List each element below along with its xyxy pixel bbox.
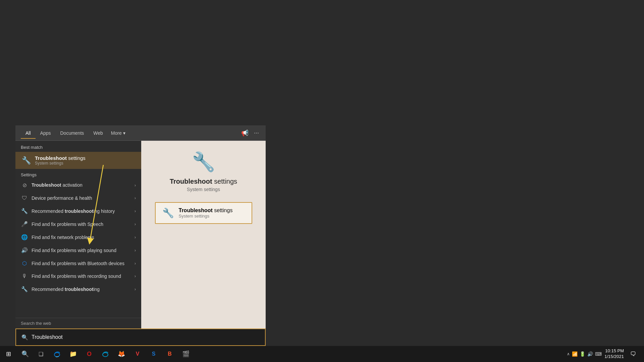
notification-center-button[interactable]: 🗨 <box>627 346 640 362</box>
systray-expand-icon[interactable]: ∧ <box>567 352 570 356</box>
box-title-suffix: settings <box>213 207 233 213</box>
item-text-2: Recommended troubleshooting history <box>32 208 131 214</box>
settings-list: ⊘ Troubleshoot activation › 🛡 Device per… <box>15 179 141 318</box>
volume-icon[interactable]: 🔊 <box>587 351 593 357</box>
taskbar-app-icons: 📁 O 🦊 V S B 🎬 <box>50 347 193 361</box>
chevron-icon-8: › <box>135 287 136 292</box>
tab-more[interactable]: More ▾ <box>108 128 129 138</box>
more-options-icon[interactable]: ··· <box>253 128 260 138</box>
list-item[interactable]: 🎤 Find and fix problems with Speech › <box>15 218 141 231</box>
item-text-1: Device performance & health <box>32 195 131 201</box>
taskbar-vivaldi[interactable]: V <box>130 347 145 361</box>
wrench-icon-8: 🔧 <box>21 286 28 292</box>
search-input[interactable] <box>32 334 260 340</box>
tab-documents[interactable]: Documents <box>55 128 89 138</box>
taskbar-firefox[interactable]: 🦊 <box>114 347 129 361</box>
vlc-icon: 🎬 <box>182 350 190 358</box>
item-text-8: Recommended troubleshooting <box>32 286 131 292</box>
chevron-icon-7: › <box>135 274 136 279</box>
taskbar-brave[interactable]: B <box>162 347 177 361</box>
taskbar-taskview[interactable]: ❑ <box>34 347 48 361</box>
search-right-panel: 🔧 Troubleshoot settings System settings … <box>141 141 266 328</box>
list-item[interactable]: ⊘ Troubleshoot activation › <box>15 179 141 192</box>
speech-icon: 🎤 <box>21 221 28 227</box>
list-item[interactable]: 🛡 Device performance & health › <box>15 192 141 204</box>
bluetooth-icon: ⬡ <box>21 260 28 266</box>
activation-icon: ⊘ <box>21 182 28 188</box>
search-tabs: All Apps Documents Web More ▾ 📢 ··· <box>15 125 266 141</box>
item-text-6: Find and fix problems with Bluetooth dev… <box>32 260 131 266</box>
edge-icon <box>53 350 61 358</box>
brave-icon: B <box>168 351 172 357</box>
right-panel-subtitle: System settings <box>187 187 220 192</box>
tab-apps[interactable]: Apps <box>36 128 56 138</box>
taskbar-right: ∧ 📶 🔋 🔊 ⌨ 10:15 PM 1/15/2021 🗨 <box>567 346 644 362</box>
taskbar-slimjet[interactable]: S <box>146 347 161 361</box>
highlight-box-icon: 🔧 <box>162 207 174 219</box>
item-text-7: Find and fix problems with recording sou… <box>32 273 131 279</box>
list-item[interactable]: 🔧 Recommended troubleshooting › <box>15 283 141 296</box>
best-match-item[interactable]: 🔧 Troubleshoot settings System settings <box>15 152 141 169</box>
tab-all[interactable]: All <box>21 128 36 138</box>
shield-icon: 🛡 <box>21 195 28 201</box>
chevron-icon-1: › <box>135 196 136 200</box>
taskbar-edge[interactable] <box>50 347 64 361</box>
taskbar-edge2[interactable] <box>98 347 113 361</box>
taskbar-search-icon: 🔍 <box>21 350 29 358</box>
box-title-prefix: Troubleshoot <box>179 207 213 213</box>
firefox-icon: 🦊 <box>118 350 125 358</box>
item-text-4: Find and fix network problems <box>32 234 131 240</box>
highlight-box-title: Troubleshoot settings <box>179 207 233 214</box>
taskbar-explorer[interactable]: 📁 <box>66 347 80 361</box>
network-status-icon[interactable]: 📶 <box>572 351 578 357</box>
taskbar-vlc[interactable]: 🎬 <box>178 347 193 361</box>
clock-date: 1/15/2021 <box>604 354 624 360</box>
feedback-icon[interactable]: 📢 <box>240 128 250 138</box>
opera-icon: O <box>87 351 92 358</box>
start-button[interactable]: ⊞ <box>0 346 17 362</box>
chevron-icon-0: › <box>135 183 136 188</box>
network-icon: 🌐 <box>21 234 28 240</box>
chevron-icon-4: › <box>135 235 136 240</box>
right-panel-title: Troubleshoot settings <box>170 178 237 185</box>
chevron-down-icon: ▾ <box>123 130 125 136</box>
battery-icon[interactable]: 🔋 <box>580 351 585 357</box>
list-item[interactable]: 🔧 Recommended troubleshooting history › <box>15 204 141 218</box>
item-text-3: Find and fix problems with Speech <box>32 221 131 227</box>
best-match-icon: 🔧 <box>22 156 31 165</box>
taskbar: ⊞ 🔍 ❑ 📁 O 🦊 V S B 🎬 <box>0 346 644 362</box>
highlight-box[interactable]: 🔧 Troubleshoot settings System settings <box>155 202 252 224</box>
taskbar-opera[interactable]: O <box>82 347 97 361</box>
highlight-box-text: Troubleshoot settings System settings <box>179 207 233 219</box>
chevron-icon-3: › <box>135 222 136 227</box>
list-item[interactable]: ⬡ Find and fix problems with Bluetooth d… <box>15 257 141 270</box>
right-title-suffix: settings <box>212 178 237 185</box>
record-sound-icon: 🎙 <box>21 273 28 279</box>
search-panel: All Apps Documents Web More ▾ 📢 ··· Best… <box>15 125 266 346</box>
best-match-subtitle: System settings <box>35 161 86 166</box>
windows-icon: ⊞ <box>6 350 11 358</box>
search-left-panel: Best match 🔧 Troubleshoot settings Syste… <box>15 141 141 328</box>
chevron-icon-2: › <box>135 209 136 214</box>
tabs-right-actions: 📢 ··· <box>240 128 260 138</box>
taskbar-clock[interactable]: 10:15 PM 1/15/2021 <box>604 348 624 360</box>
slimjet-icon: S <box>152 351 156 357</box>
notification-icon: 🗨 <box>630 351 636 358</box>
clock-time: 10:15 PM <box>604 348 624 354</box>
taskbar-systray: ∧ 📶 🔋 🔊 ⌨ <box>567 351 602 357</box>
chevron-icon-5: › <box>135 248 136 253</box>
right-panel-wrench-icon: 🔧 <box>192 151 215 173</box>
keyboard-icon[interactable]: ⌨ <box>595 351 602 357</box>
list-item[interactable]: 🔊 Find and fix problems with playing sou… <box>15 244 141 257</box>
search-web-divider: Search the web <box>15 318 141 328</box>
vivaldi-icon: V <box>136 351 140 357</box>
list-item[interactable]: 🌐 Find and fix network problems › <box>15 231 141 244</box>
tab-web[interactable]: Web <box>89 128 108 138</box>
best-match-label: Best match <box>15 141 141 152</box>
item-text-0: Troubleshoot activation <box>32 182 131 188</box>
taskbar-search-button[interactable]: 🔍 <box>17 346 34 362</box>
sound-play-icon: 🔊 <box>21 247 28 253</box>
search-body: Best match 🔧 Troubleshoot settings Syste… <box>15 141 266 328</box>
best-match-title-prefix: Troubleshoot <box>35 155 67 161</box>
list-item[interactable]: 🎙 Find and fix problems with recording s… <box>15 270 141 283</box>
